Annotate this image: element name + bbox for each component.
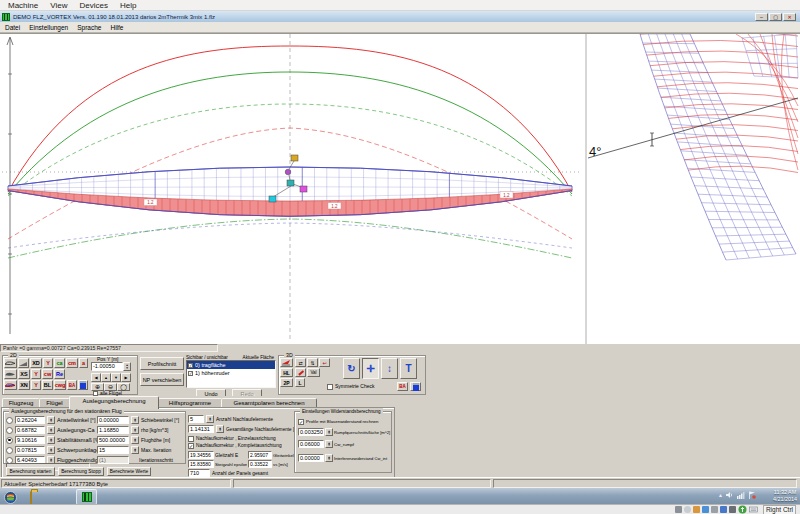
rumpfquerschnitt-field[interactable]: 0.003250 xyxy=(298,428,324,436)
rotate-3d-button[interactable]: ↻ xyxy=(343,358,360,379)
bl-button[interactable]: BL xyxy=(42,380,53,390)
hl-button[interactable]: HL xyxy=(280,368,293,377)
edit-pencil-button[interactable] xyxy=(295,368,306,377)
pos-y-spinner[interactable] xyxy=(123,362,131,371)
cm-button[interactable]: cm xyxy=(66,358,78,368)
radio-stabilitaetsmass[interactable] xyxy=(6,437,13,444)
flughoehe-field[interactable]: 500.00000 xyxy=(97,436,129,444)
volume-icon[interactable] xyxy=(726,491,734,499)
cw-int-spinner[interactable] xyxy=(325,454,333,462)
schiebewinkel-field[interactable]: 0.00000 xyxy=(97,416,129,424)
np-verschieben-button[interactable]: NP verschieben xyxy=(140,373,184,386)
anstellwinkel-field[interactable]: 0.26204 xyxy=(15,416,45,424)
nachlauf-einzel-checkbox[interactable] xyxy=(188,436,194,442)
start-button[interactable] xyxy=(4,490,17,502)
schiebewinkel-spinner[interactable] xyxy=(131,416,139,424)
zoom-3d-button[interactable]: ↕ xyxy=(381,358,398,379)
surface-list-item-0[interactable]: 0) tragfläche xyxy=(187,361,275,369)
firefox-taskbar-button[interactable] xyxy=(54,490,67,502)
build-3d-button[interactable]: T xyxy=(400,358,417,379)
symmetrie-check-checkbox[interactable] xyxy=(327,384,333,390)
alpha-button[interactable]: a xyxy=(79,358,88,368)
xd-button[interactable]: XD xyxy=(30,358,42,368)
airfoil-hatched-button[interactable] xyxy=(4,380,17,390)
explorer-taskbar-button[interactable] xyxy=(30,490,43,502)
move-3d-button[interactable]: ✛ xyxy=(362,358,379,379)
flip-vertical-button[interactable]: ⇅ xyxy=(307,358,318,367)
cw-int-field[interactable]: 0.00000 xyxy=(298,454,324,462)
radio-auslegungs-ca[interactable] xyxy=(6,427,13,434)
radio-anstellwinkel[interactable] xyxy=(6,417,13,424)
menu-hilfe[interactable]: Hilfe xyxy=(110,24,123,31)
flip-horizontal-button[interactable]: ⇄ xyxy=(295,358,306,367)
cw-rumpf-spinner[interactable] xyxy=(325,440,333,448)
network-icon[interactable] xyxy=(737,491,745,499)
taskbar-clock[interactable]: 11:32 AM 4/21/2014 xyxy=(773,489,797,503)
nachlauf-count-spinner[interactable] xyxy=(206,415,214,423)
re-button[interactable]: Re xyxy=(54,369,65,379)
airfoil-outline-button[interactable] xyxy=(4,358,17,368)
berechnung-stopp-button[interactable]: Berechnung Stopp xyxy=(58,467,104,476)
y-button-2[interactable]: Y xyxy=(31,369,41,379)
pan-up-button[interactable]: ▲ xyxy=(101,373,111,382)
ba-button-2d[interactable]: BA xyxy=(67,380,77,390)
stabilitaetsmass-spinner[interactable] xyxy=(47,436,55,444)
ca-button[interactable]: ca xyxy=(54,358,65,368)
cwg-button[interactable]: cwg xyxy=(54,380,66,390)
nachlauf-count-field[interactable]: 5 xyxy=(188,415,204,423)
vm-menu-devices[interactable]: Devices xyxy=(79,1,107,10)
max-iteration-field[interactable]: 15 xyxy=(97,446,129,454)
maximize-button[interactable]: ▢ xyxy=(769,13,782,21)
drawing-area[interactable]: 1.2 1.2 1.2 4° xyxy=(0,33,800,345)
save-button-2d[interactable] xyxy=(78,380,88,390)
berechnung-starten-button[interactable]: Berechnung starten xyxy=(6,467,55,476)
pos-y-field[interactable]: -1.00050 xyxy=(91,362,123,371)
tab-auslegungsberechnung[interactable]: Auslegungsberechnung xyxy=(69,396,159,409)
nachlauf-length-spinner[interactable] xyxy=(216,425,224,433)
rumpfquerschnitt-spinner[interactable] xyxy=(325,428,333,436)
wedge-button[interactable] xyxy=(18,358,29,368)
menu-sprache[interactable]: Sprache xyxy=(77,24,101,31)
save-button-3d[interactable] xyxy=(410,382,421,391)
flughoehe-spinner[interactable] xyxy=(131,436,139,444)
auslegungs-ca-spinner[interactable] xyxy=(47,426,55,434)
rho-spinner[interactable] xyxy=(131,426,139,434)
menu-einstellungen[interactable]: Einstellungen xyxy=(29,24,68,31)
y-button-3[interactable]: Y xyxy=(31,380,41,390)
nachlauf-length-field[interactable]: 1.14131 xyxy=(188,425,214,433)
ba-button-3d[interactable]: BA xyxy=(397,382,408,391)
max-iteration-spinner[interactable] xyxy=(131,446,139,454)
schwerpunktlage-field[interactable]: 0.07815 xyxy=(15,446,45,454)
2p-button[interactable]: 2P xyxy=(280,378,293,387)
surface-1-visible-checkbox[interactable] xyxy=(188,371,193,376)
cw-rumpf-field[interactable]: 0.06000 xyxy=(298,440,324,448)
surface-0-visible-checkbox[interactable] xyxy=(188,363,193,368)
auslegungs-ca-field[interactable]: 0.68782 xyxy=(15,426,45,434)
pan-left-button[interactable]: ◀ xyxy=(91,373,101,382)
vm-menu-view[interactable]: View xyxy=(50,1,67,10)
vm-menu-machine[interactable]: Machine xyxy=(8,1,38,10)
xn-button[interactable]: XN xyxy=(18,380,30,390)
rho-field[interactable]: 1.16850 xyxy=(97,426,129,434)
y-button-1[interactable]: Y xyxy=(43,358,53,368)
xs-button[interactable]: XS xyxy=(18,369,30,379)
anstellwinkel-spinner[interactable] xyxy=(47,416,55,424)
berechnete-werte-button[interactable]: Berechnete Werte xyxy=(107,467,151,476)
cw-button[interactable]: cw xyxy=(42,369,53,379)
vm-menu-help[interactable]: Help xyxy=(120,1,136,10)
pan-down-button[interactable]: ▼ xyxy=(111,373,121,382)
close-button[interactable]: ✕ xyxy=(783,13,796,21)
l-button[interactable]: L xyxy=(295,378,305,387)
menu-datei[interactable]: Datei xyxy=(5,24,20,31)
surface-list-item-1[interactable]: 1) höhenruder xyxy=(187,369,275,377)
stabilitaetsmass-field[interactable]: 9.10616 xyxy=(15,436,45,444)
airfoil-filled-button[interactable] xyxy=(4,369,17,379)
flz-vortex-taskbar-button[interactable] xyxy=(76,489,97,505)
action-center-flag-icon[interactable] xyxy=(748,491,756,499)
schwerpunktlage-spinner[interactable] xyxy=(47,446,55,454)
blasenwiderstand-checkbox[interactable] xyxy=(298,419,304,425)
val-button[interactable]: Val xyxy=(307,368,320,377)
nachlauf-komplett-checkbox[interactable] xyxy=(188,443,194,449)
show-hidden-icons[interactable]: ▲ xyxy=(718,492,723,498)
radio-schwerpunktlage[interactable] xyxy=(6,447,13,454)
